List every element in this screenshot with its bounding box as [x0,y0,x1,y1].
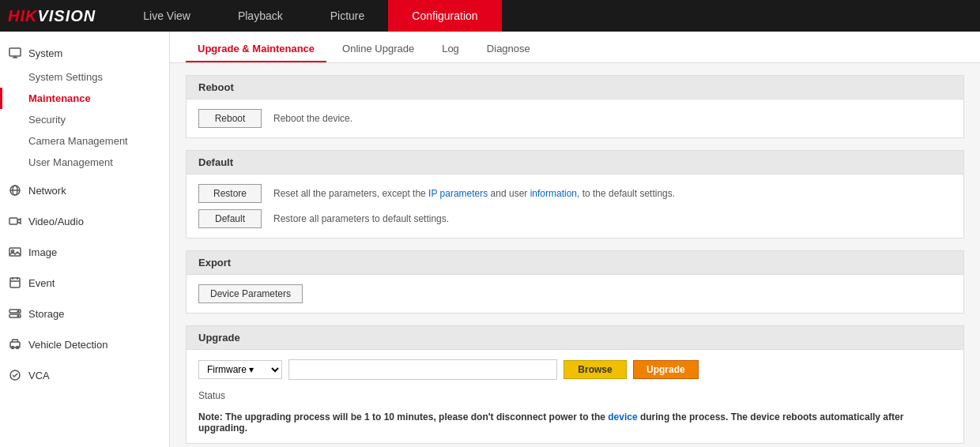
nav-items: Live View Playback Picture Configuration [119,0,501,32]
export-row: Device Parameters [198,284,952,303]
upgrade-header: Upgrade [187,326,963,350]
sidebar-item-image[interactable]: Image [0,239,169,265]
logo-white: VISION [37,7,96,24]
reboot-body: Reboot Reboot the device. [187,100,963,137]
sidebar-item-vehicle-detection-label: Vehicle Detection [28,339,107,351]
topbar: HIKVISION Live View Playback Picture Con… [0,0,980,32]
export-section: Export Device Parameters [186,250,964,314]
video-audio-icon [8,214,22,228]
sidebar-item-event[interactable]: Event [0,269,169,296]
sidebar-item-vehicle-detection[interactable]: Vehicle Detection [0,331,169,358]
sidebar-item-event-label: Event [28,277,55,289]
default-header: Default [187,151,963,175]
vca-icon [8,368,22,382]
sidebar-section-vca: VCA [0,362,169,389]
layout: System System Settings Maintenance Secur… [0,32,980,447]
nav-live-view[interactable]: Live View [119,0,214,32]
default-row: Default Restore all parameters to defaul… [198,209,952,228]
upgrade-button[interactable]: Upgrade [633,360,699,379]
reboot-description: Reboot the device. [273,113,352,124]
firmware-select[interactable]: Firmware ▾ Configuration [198,360,282,379]
firmware-file-input[interactable] [288,359,557,380]
note-prefix: Note: The upgrading process will be 1 to… [198,411,608,423]
reboot-header: Reboot [187,76,963,100]
upgrade-controls-row: Firmware ▾ Configuration Browse Upgrade [198,359,952,380]
default-description: Restore all parameters to default settin… [273,213,449,224]
reboot-row: Reboot Reboot the device. [198,109,952,128]
sidebar-section-image: Image [0,239,169,265]
sidebar-sub-camera-management[interactable]: Camera Management [0,130,169,152]
sidebar-item-storage[interactable]: Storage [0,300,169,327]
reboot-button[interactable]: Reboot [198,109,262,128]
svg-rect-0 [9,48,21,56]
status-label: Status [198,386,952,405]
default-section: Default Restore Reset all the parameters… [186,150,964,239]
tabs-bar: Upgrade & Maintenance Online Upgrade Log… [170,32,980,63]
nav-picture[interactable]: Picture [307,0,389,32]
logo: HIKVISION [8,7,96,25]
browse-button[interactable]: Browse [564,360,627,379]
sidebar-item-storage-label: Storage [28,308,65,320]
svg-rect-6 [9,218,17,224]
content-area: Reboot Reboot Reboot the device. Default… [170,63,980,447]
vehicle-detection-icon [8,337,22,351]
sidebar-item-network[interactable]: Network [0,177,169,204]
device-parameters-button[interactable]: Device Parameters [198,284,303,303]
sidebar-section-video-audio: Video/Audio [0,208,169,235]
sidebar-section-storage: Storage [0,300,169,327]
svg-rect-9 [10,278,20,287]
upgrade-note: Note: The upgrading process will be 1 to… [198,411,952,434]
sidebar-sub-user-management[interactable]: User Management [0,152,169,173]
tab-online-upgrade[interactable]: Online Upgrade [330,36,426,62]
sidebar: System System Settings Maintenance Secur… [0,32,170,447]
logo-red: HIK [8,7,37,24]
sidebar-section-vehicle-detection: Vehicle Detection [0,331,169,358]
note-device-highlight: device [608,411,637,423]
main-content: Upgrade & Maintenance Online Upgrade Log… [170,32,980,447]
restore-ip-link: IP parameters [428,188,488,199]
sidebar-item-video-audio[interactable]: Video/Audio [0,208,169,235]
sidebar-item-system[interactable]: System [0,39,169,66]
reboot-section: Reboot Reboot Reboot the device. [186,75,964,138]
sidebar-sub-maintenance[interactable]: Maintenance [0,88,169,109]
nav-playback[interactable]: Playback [214,0,307,32]
sidebar-sub-security[interactable]: Security [0,109,169,130]
export-header: Export [187,251,963,275]
svg-point-15 [17,310,19,312]
upgrade-body: Firmware ▾ Configuration Browse Upgrade … [187,350,963,443]
sidebar-item-network-label: Network [28,185,66,197]
restore-info-link: information [530,188,577,199]
sidebar-sub-system-settings[interactable]: System Settings [0,66,169,88]
nav-configuration[interactable]: Configuration [388,0,501,32]
storage-icon [8,306,22,321]
sidebar-item-vca-label: VCA [28,370,50,381]
tab-log[interactable]: Log [430,36,471,62]
sidebar-section-network: Network [0,177,169,204]
image-icon [8,245,22,259]
tab-upgrade-maintenance[interactable]: Upgrade & Maintenance [186,36,326,62]
default-button[interactable]: Default [198,209,262,228]
sidebar-item-vca[interactable]: VCA [0,362,169,389]
export-body: Device Parameters [187,275,963,313]
svg-point-16 [17,315,19,317]
tab-diagnose[interactable]: Diagnose [475,36,542,62]
default-body: Restore Reset all the parameters, except… [187,175,963,238]
restore-description: Reset all the parameters, except the IP … [273,188,675,199]
restore-row: Restore Reset all the parameters, except… [198,184,952,203]
sidebar-item-video-audio-label: Video/Audio [28,216,84,227]
sidebar-section-event: Event [0,269,169,296]
event-icon [8,276,22,290]
system-icon [8,46,22,60]
restore-button[interactable]: Restore [198,184,262,203]
sidebar-item-image-label: Image [28,246,57,258]
sidebar-section-system: System System Settings Maintenance Secur… [0,39,169,173]
upgrade-section: Upgrade Firmware ▾ Configuration Browse … [186,325,964,444]
sidebar-item-system-label: System [28,47,62,59]
network-icon [8,183,22,197]
